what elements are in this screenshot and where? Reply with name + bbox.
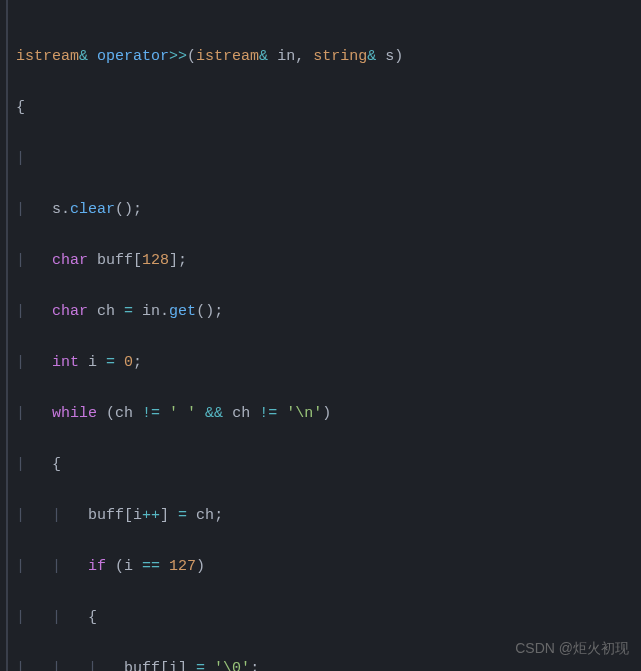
code-line: | char buff[128]; xyxy=(16,248,641,274)
code-line: { xyxy=(16,95,641,121)
code-line: istream& operator>>(istream& in, string&… xyxy=(16,44,641,70)
code-line: | | { xyxy=(16,605,641,631)
code-line: | char ch = in.get(); xyxy=(16,299,641,325)
code-line: | | buff[i++] = ch; xyxy=(16,503,641,529)
code-line: | | if (i == 127) xyxy=(16,554,641,580)
code-line: | xyxy=(16,146,641,172)
code-line: | s.clear(); xyxy=(16,197,641,223)
watermark: CSDN @炬火初现 xyxy=(515,637,629,661)
code-line: | while (ch != ' ' && ch != '\n') xyxy=(16,401,641,427)
code-line: | int i = 0; xyxy=(16,350,641,376)
code-editor: istream& operator>>(istream& in, string&… xyxy=(0,0,641,671)
code-line: | { xyxy=(16,452,641,478)
